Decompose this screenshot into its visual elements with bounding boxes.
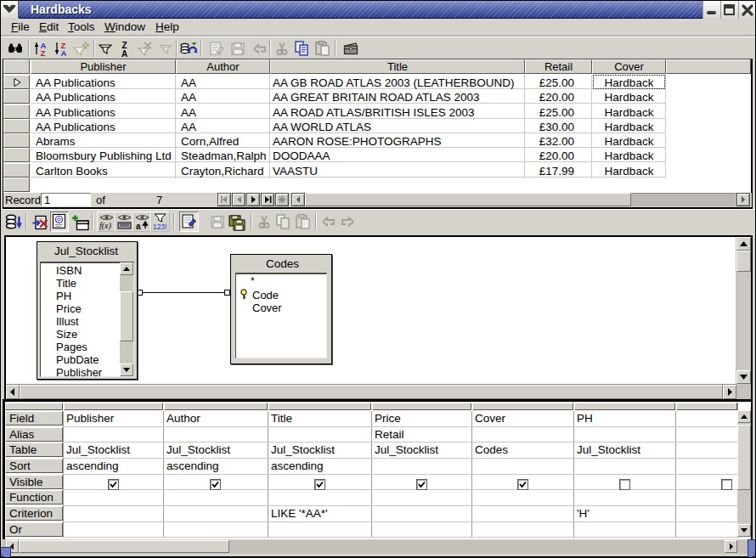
svg-text:123!: 123! <box>153 223 167 231</box>
svg-text:A: A <box>61 48 67 57</box>
svg-text:a: a <box>136 222 141 231</box>
svg-text:f(x): f(x) <box>99 221 112 231</box>
svg-text:A: A <box>121 49 127 58</box>
svg-text:Z: Z <box>41 48 46 57</box>
